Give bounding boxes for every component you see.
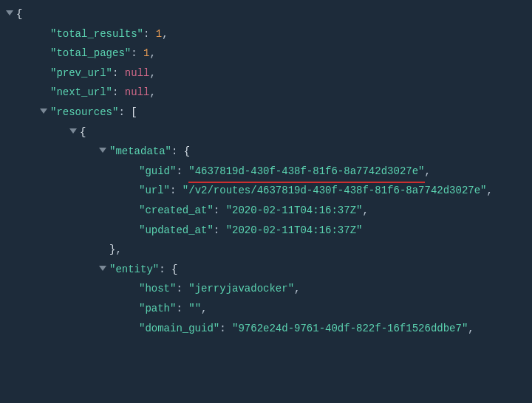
value-total-results: 1 bbox=[156, 28, 162, 40]
key-metadata: "metadata" bbox=[109, 145, 171, 157]
open-brace: { bbox=[80, 126, 86, 138]
kv-host: "host": "jerryjavadocker", bbox=[6, 279, 526, 299]
key-domain-guid: "domain_guid" bbox=[139, 323, 219, 334]
kv-total-results: "total_results": 1, bbox=[6, 24, 526, 44]
chevron-down-icon[interactable] bbox=[40, 108, 47, 114]
chevron-down-icon[interactable] bbox=[99, 148, 106, 153]
value-prev-url: null bbox=[125, 67, 150, 79]
value-next-url: null bbox=[125, 86, 150, 98]
kv-metadata: "metadata": { bbox=[6, 142, 526, 162]
key-updated-at: "updated_at" bbox=[139, 224, 214, 236]
value-guid: "4637819d-430f-438f-81f6-8a7742d3027e" bbox=[188, 162, 424, 182]
key-total-pages: "total_pages" bbox=[50, 47, 131, 59]
key-next-url: "next_url" bbox=[50, 86, 112, 98]
kv-total-pages: "total_pages": 1, bbox=[6, 44, 526, 63]
key-total-results: "total_results" bbox=[50, 28, 143, 40]
kv-prev-url: "prev_url": null, bbox=[6, 63, 526, 83]
value-url: "/v2/routes/4637819d-430f-438f-81f6-8a77… bbox=[183, 185, 487, 196]
resource-item-open: { bbox=[6, 123, 526, 142]
key-prev-url: "prev_url" bbox=[50, 67, 112, 79]
metadata-close: }, bbox=[6, 240, 526, 260]
json-viewer: { "total_results": 1, "total_pages": 1, … bbox=[0, 0, 532, 338]
key-created-at: "created_at" bbox=[139, 204, 214, 216]
value-created-at: "2020-02-11T04:16:37Z" bbox=[226, 204, 363, 216]
root-open-brace: { bbox=[16, 8, 22, 20]
kv-next-url: "next_url": null, bbox=[6, 83, 526, 103]
chevron-down-icon[interactable] bbox=[69, 128, 77, 134]
kv-resources: "resources": [ bbox=[6, 103, 526, 123]
kv-domain-guid: "domain_guid": "9762e24d-9761-40df-822f-… bbox=[6, 319, 526, 339]
value-host: "jerryjavadocker" bbox=[188, 283, 294, 294]
key-url: "url" bbox=[139, 185, 170, 196]
kv-entity: "entity": { bbox=[6, 260, 526, 280]
chevron-down-icon[interactable] bbox=[99, 266, 106, 271]
kv-url: "url": "/v2/routes/4637819d-430f-438f-81… bbox=[6, 181, 526, 201]
kv-guid: "guid": "4637819d-430f-438f-81f6-8a7742d… bbox=[6, 162, 526, 182]
open-array: [ bbox=[131, 106, 137, 118]
kv-path: "path": "", bbox=[6, 299, 526, 319]
key-host: "host" bbox=[139, 283, 176, 294]
kv-created-at: "created_at": "2020-02-11T04:16:37Z", bbox=[6, 201, 526, 221]
chevron-down-icon[interactable] bbox=[6, 10, 13, 16]
kv-updated-at: "updated_at": "2020-02-11T04:16:37Z" bbox=[6, 221, 526, 241]
key-path: "path" bbox=[139, 303, 176, 314]
key-entity: "entity" bbox=[109, 264, 159, 275]
root-open-line: { bbox=[6, 4, 526, 24]
value-path: "" bbox=[188, 303, 201, 314]
value-updated-at: "2020-02-11T04:16:37Z" bbox=[226, 224, 363, 236]
key-guid: "guid" bbox=[139, 165, 176, 177]
value-domain-guid: "9762e24d-9761-40df-822f-16f1526ddbe7" bbox=[232, 323, 468, 334]
key-resources: "resources" bbox=[50, 106, 118, 118]
